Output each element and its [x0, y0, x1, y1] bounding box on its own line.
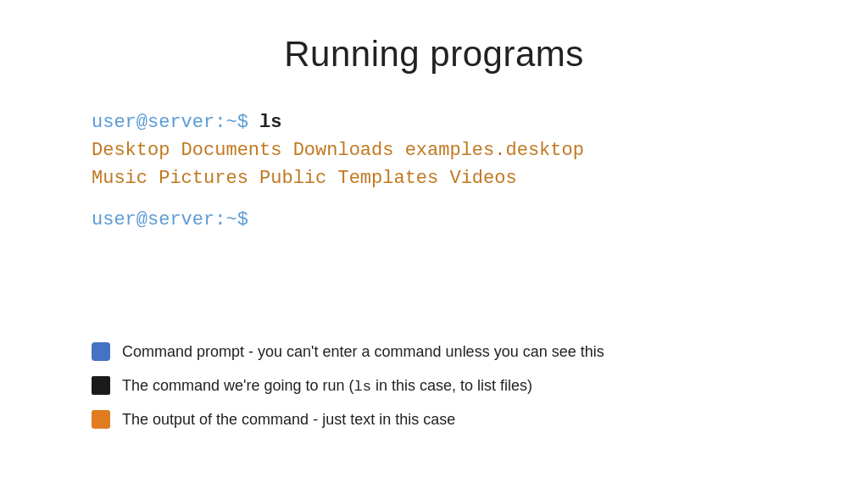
terminal-prompt-1: user@server:~$ — [92, 112, 248, 133]
terminal-line-1: user@server:~$ ls — [92, 108, 868, 136]
legend-color-black — [92, 376, 110, 395]
legend-section: Command prompt - you can't enter a comma… — [92, 342, 604, 444]
terminal-output-line-1: Desktop Documents Downloads examples.des… — [92, 136, 868, 164]
legend-inline-code: ls — [354, 379, 371, 395]
legend-text-command: The command we're going to run (ls in th… — [122, 377, 532, 395]
legend-text-output: The output of the command - just text in… — [122, 411, 455, 429]
terminal-command: ls — [259, 112, 281, 133]
legend-text-prompt: Command prompt - you can't enter a comma… — [122, 343, 604, 361]
legend-item-prompt: Command prompt - you can't enter a comma… — [92, 342, 604, 361]
terminal-block: user@server:~$ ls Desktop Documents Down… — [92, 108, 868, 234]
terminal-prompt-2: user@server:~$ — [92, 206, 868, 234]
page-title: Running programs — [0, 34, 868, 75]
legend-color-orange — [92, 410, 110, 429]
legend-color-blue — [92, 342, 110, 361]
legend-item-output: The output of the command - just text in… — [92, 410, 604, 429]
legend-item-command: The command we're going to run (ls in th… — [92, 376, 604, 395]
terminal-output-line-2: Music Pictures Public Templates Videos — [92, 164, 868, 192]
